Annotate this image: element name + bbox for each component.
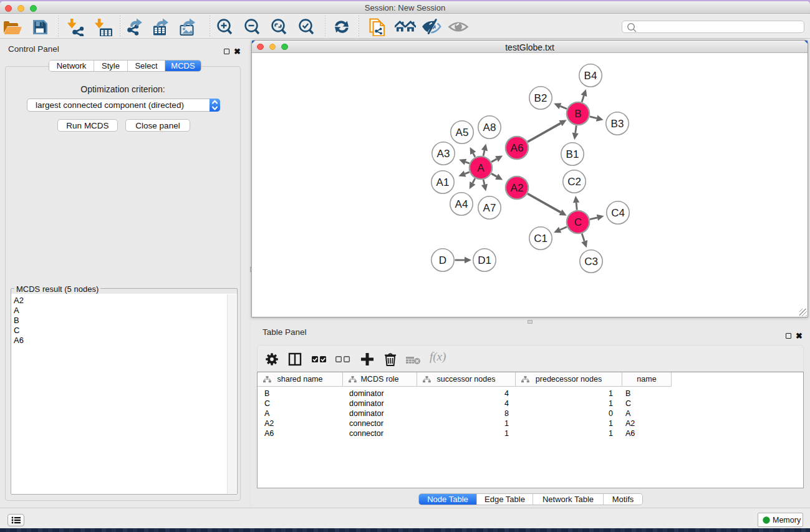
svg-text:B3: B3 [611, 118, 624, 130]
svg-text:A8: A8 [483, 122, 496, 133]
svg-text:A6: A6 [511, 142, 524, 154]
svg-text:B: B [574, 108, 581, 120]
svg-text:A2: A2 [511, 182, 524, 194]
svg-text:C1: C1 [534, 233, 547, 244]
svg-text:C: C [574, 216, 582, 228]
svg-text:C2: C2 [567, 176, 581, 188]
svg-text:A5: A5 [456, 127, 469, 138]
svg-text:B1: B1 [566, 148, 579, 160]
svg-text:A1: A1 [436, 177, 450, 188]
svg-text:D: D [439, 254, 446, 266]
svg-text:D1: D1 [478, 254, 491, 266]
svg-text:C4: C4 [611, 207, 625, 219]
svg-text:A4: A4 [455, 198, 468, 210]
svg-text:B2: B2 [534, 92, 547, 104]
svg-text:A7: A7 [483, 202, 496, 214]
svg-text:A: A [477, 162, 485, 174]
svg-text:C3: C3 [584, 256, 598, 268]
svg-text:B4: B4 [584, 70, 597, 82]
svg-text:A3: A3 [437, 148, 450, 160]
